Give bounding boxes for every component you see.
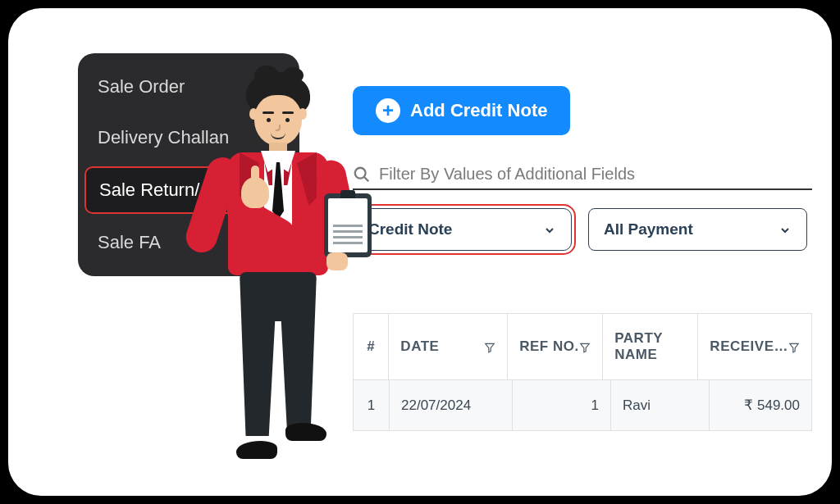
svg-line-1 xyxy=(364,176,369,181)
cell-date: 22/07/2024 xyxy=(390,380,513,430)
cell-received: ₹ 549.00 xyxy=(710,380,811,430)
filter-icon[interactable] xyxy=(579,341,591,352)
add-button-label: Add Credit Note xyxy=(410,100,547,121)
app-window: Sale Order Delivery Challan Sale Return/… xyxy=(8,8,832,496)
col-received[interactable]: RECEIVE… xyxy=(698,314,811,379)
filter-payment-value: All Payment xyxy=(604,220,693,238)
col-date[interactable]: DATE xyxy=(389,314,508,379)
filter-icon[interactable] xyxy=(788,341,800,352)
col-ref[interactable]: REF NO. xyxy=(508,314,603,379)
main-content: + Add Credit Note Credit Note All Paymen… xyxy=(353,86,807,431)
svg-point-0 xyxy=(355,167,366,178)
search-icon xyxy=(353,166,371,184)
plus-icon: + xyxy=(376,98,400,123)
filter-type-select[interactable]: Credit Note xyxy=(353,208,572,251)
svg-marker-4 xyxy=(790,343,799,352)
character-illustration xyxy=(197,72,345,465)
chevron-down-icon xyxy=(543,223,556,236)
svg-marker-3 xyxy=(581,343,590,352)
filter-payment-select[interactable]: All Payment xyxy=(588,208,807,251)
cell-index: 1 xyxy=(354,380,390,430)
svg-marker-2 xyxy=(486,343,495,352)
credit-note-table: # DATE REF NO. PARTY NAME RECEIVE… 1 22/… xyxy=(353,313,812,431)
table-row[interactable]: 1 22/07/2024 1 Ravi ₹ 549.00 xyxy=(354,380,811,430)
chevron-down-icon xyxy=(778,223,792,236)
cell-party: Ravi xyxy=(611,380,710,430)
filter-search[interactable] xyxy=(353,165,812,190)
col-index[interactable]: # xyxy=(354,314,389,379)
filter-icon[interactable] xyxy=(484,341,495,352)
cell-ref: 1 xyxy=(513,380,611,430)
col-party[interactable]: PARTY NAME xyxy=(603,314,698,379)
filter-type-value: Credit Note xyxy=(368,220,452,238)
add-credit-note-button[interactable]: + Add Credit Note xyxy=(353,86,570,135)
filter-search-input[interactable] xyxy=(379,165,812,184)
table-header-row: # DATE REF NO. PARTY NAME RECEIVE… xyxy=(354,314,811,380)
